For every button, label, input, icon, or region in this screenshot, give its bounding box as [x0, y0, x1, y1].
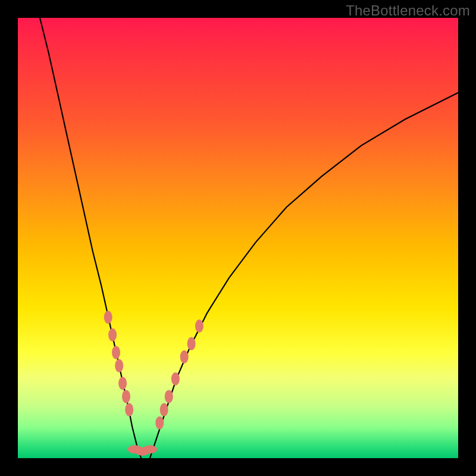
marker-right-2 — [165, 390, 173, 403]
marker-bottom-2 — [143, 445, 157, 453]
chart-container: TheBottleneck.com — [0, 0, 476, 476]
curve-right-branch — [150, 93, 458, 458]
marker-right-4 — [180, 350, 189, 364]
marker-left-0 — [104, 311, 112, 324]
marker-left-6 — [125, 403, 133, 416]
marker-left-5 — [122, 390, 130, 403]
markers-group — [104, 311, 203, 456]
plot-area — [18, 18, 458, 458]
marker-left-3 — [115, 359, 123, 372]
marker-left-2 — [112, 346, 120, 359]
marker-right-1 — [160, 403, 168, 416]
marker-left-4 — [118, 377, 127, 390]
marker-right-0 — [155, 416, 164, 430]
marker-right-5 — [187, 337, 196, 350]
marker-right-6 — [195, 320, 203, 333]
watermark-text: TheBottleneck.com — [346, 2, 470, 19]
curve-svg — [18, 18, 458, 458]
marker-right-3 — [171, 372, 180, 386]
marker-left-1 — [108, 328, 117, 342]
